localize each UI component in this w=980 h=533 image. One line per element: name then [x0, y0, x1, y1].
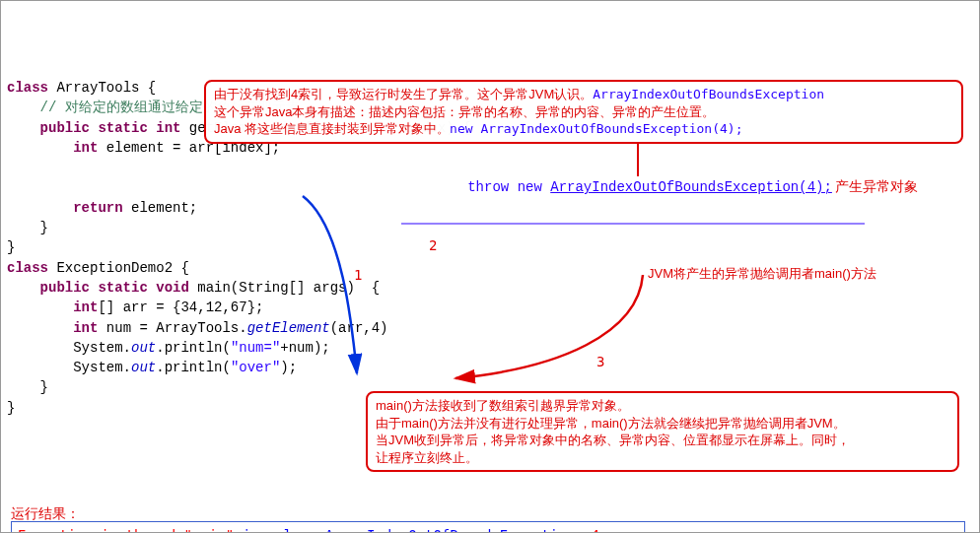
anno-bot-l3: 当JVM收到异常后，将异常对象中的名称、异常内容、位置都显示在屏幕上。同时， — [376, 432, 949, 449]
annotation-bottom-box: main()方法接收到了数组索引越界异常对象。 由于main()方法并没有进行处… — [366, 391, 959, 472]
label-3: 3 — [596, 354, 604, 369]
anno-top-l1a: 由于没有找到4索引，导致运行时发生了异常。这个异常JVM认识。 — [214, 87, 593, 101]
label-1: 1 — [354, 267, 362, 283]
diagram-canvas: 由于没有找到4索引，导致运行时发生了异常。这个异常JVM认识。ArrayInde… — [7, 78, 973, 533]
anno-top-l3a: Java 将这些信息直接封装到异常对象中。 — [214, 121, 450, 136]
anno-top-l1b: ArrayIndexOutOfBoundsException — [593, 87, 824, 101]
exception-trace: Exception in thread "main" java.lang.Arr… — [11, 521, 965, 533]
label-2: 2 — [429, 237, 437, 253]
exception-class-link[interactable]: java.lang.ArrayIndexOutOfBoundsException — [243, 527, 575, 533]
annotation-top-box: 由于没有找到4索引，导致运行时发生了异常。这个异常JVM认识。ArrayInde… — [204, 80, 963, 144]
anno-bot-l4: 让程序立刻终止。 — [376, 449, 949, 467]
anno-bot-l1: main()方法接收到了数组索引越界异常对象。 — [376, 397, 949, 415]
anno-bot-l2: 由于main()方法并没有进行处理异常，main()方法就会继续把异常抛给调用者… — [376, 415, 949, 433]
arrow-label-right: JVM将产生的异常抛给调用者main()方法 — [648, 265, 876, 283]
anno-top-l3b: new ArrayIndexOutOfBoundsException(4); — [450, 121, 742, 136]
anno-top-l2: 这个异常Java本身有描述：描述内容包括：异常的名称、异常的内容、异常的产生位置… — [214, 103, 953, 121]
